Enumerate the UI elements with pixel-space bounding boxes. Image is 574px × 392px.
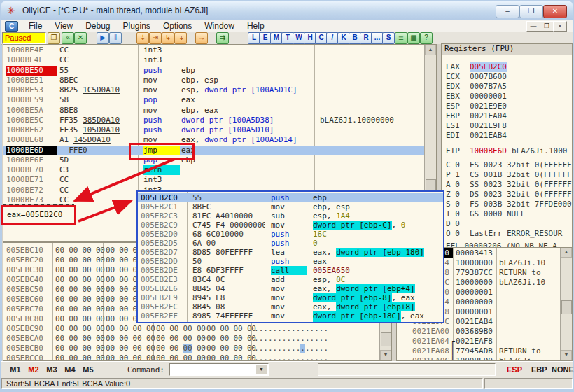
disasm-row[interactable]: 005EB2C9C745 F4 00000000movdword ptr [eb… [138,220,443,230]
disasm-row[interactable]: 1000BE6F5Dpopebp [4,155,436,165]
restart-button[interactable]: « [62,32,74,44]
disasm-address: 1000BE5A [6,106,57,115]
disasm-row[interactable]: 1000BE5055pushebp [4,66,436,76]
popup-rows: 005EB2C055pushebp005EB2C18BECmovebp, esp… [138,192,443,323]
hex-byte: 00 [183,324,192,333]
open-file-button[interactable]: ❐ [48,32,60,44]
disasm-row[interactable]: 005EB2D068 6C010000push16C [138,230,443,239]
menu-help[interactable]: Help [241,20,271,32]
scrollbar-thumb[interactable] [561,300,572,314]
menu-view[interactable]: View [48,20,79,32]
disasm-popup-window[interactable]: 005EB2C055pushebp005EB2C18BECmovebp, esp… [136,190,444,323]
menu-window[interactable]: Window [198,20,241,32]
memory-tab-m5[interactable]: M5 [80,364,97,375]
dump-address: 005EBC50 [6,285,43,295]
help-button[interactable]: ? [420,32,433,44]
disasm-row[interactable]: 005EB2DEE8 6DF3FFFFcall005EA650 [138,266,443,275]
hex-byte: 00 [206,344,216,353]
command-input[interactable]: ▼ [169,363,269,376]
scroll-down-button[interactable]: ▼ [561,350,572,360]
disasm-row[interactable]: 1000BE5958popeax [4,95,436,105]
title-bar[interactable]: ✳ OllyICE - [*C.P.U* - main thread, modu… [1,1,573,20]
disasm-row[interactable]: 1000BE5A8BE8movebp, eax [4,106,436,115]
disasm-row[interactable]: 005EB2C18BECmovebp, esp [138,202,443,211]
disasm-row[interactable]: 005EB2DD50pusheax [138,257,443,266]
disasm-row[interactable]: 005EB2D56A 00push0 [138,239,443,248]
scroll-up-button[interactable]: ▲ [425,45,436,55]
disasm-row[interactable]: 1000BE6D- FFE0jmpeax [4,146,436,155]
eflags-row[interactable]: EFL 00000206 (NO,NB,NE,A [446,241,557,248]
step-over-button[interactable]: ⇥ [149,32,162,44]
disasm-row[interactable]: 1000BE71CCint3 [4,175,436,185]
maximize-button[interactable]: ❐ [519,5,543,18]
operand: 0 [313,239,318,248]
close-process-button[interactable]: ✕ [74,32,87,44]
menu-plugins[interactable]: Plugins [117,20,157,32]
trace-into-button[interactable]: ↳ [162,32,174,44]
ebp-indicator[interactable]: EBP [531,365,547,374]
options-button[interactable]: ≣ [395,32,407,44]
disasm-row[interactable]: 005EB2E98945 F8movdword ptr [ebp-8], eax [138,293,443,302]
scroll-up-button[interactable]: ▲ [561,247,572,258]
ascii-char: . [254,344,259,353]
disasm-bytes: 5D [59,155,69,165]
mdi-restore-button[interactable]: ❐ [540,21,554,32]
disasm-mnemonic: push [144,115,180,125]
disasm-row[interactable]: 1000BE538B25 1C5D0A10movesp, dword ptr [… [4,85,436,95]
disasm-row[interactable]: 1000BE62FF35 105D0A10pushdword ptr [100A… [4,125,436,135]
disasm-row[interactable]: 005EB2E68B45 04moveax, dword ptr [ebp+4] [138,284,443,293]
segment-register: CS 001B 32bit 0(FFFFFFFF) [470,170,573,180]
disasm-row[interactable]: 005EB2C381EC A4010000subesp, 1A4 [138,211,443,220]
scroll-down-button[interactable]: ▼ [380,350,391,360]
esp-indicator[interactable]: ESP [507,365,522,374]
disasm-row[interactable]: 1000BE518BECmovebp, esp [4,76,436,85]
memory-tab-m1[interactable]: M1 [7,364,24,375]
disasm-row[interactable]: 1000BE4FCCint3 [4,55,436,65]
disasm-row[interactable]: 005EB2C055pushebp [138,193,443,202]
pause-button[interactable]: ‖ [109,32,122,44]
stack-value: 00000001 [456,288,493,298]
disasm-row[interactable]: 1000BE4ECCint3 [4,46,436,55]
run-button[interactable]: ▶ [97,32,109,44]
hex-byte: 00 [119,314,128,323]
stack-scrollbar[interactable]: ▲ ▼ [560,247,572,360]
disasm-row[interactable]: 005EB2D78D85 80FEFFFFleaeax, dword ptr [… [138,248,443,257]
disasm-row[interactable]: 1000BE68A1 145D0A10moveax, dword ptr [10… [4,135,436,145]
disasm-bytes: A1 145D0A10 [59,135,111,145]
mdi-minimize-button[interactable]: — [526,21,540,32]
ascii-char: . [268,354,273,361]
menu-debug[interactable]: Debug [79,20,116,32]
appearance-button[interactable]: ▦ [407,32,420,44]
trace-over-button[interactable]: ↴ [174,32,187,44]
disasm-row[interactable]: 1000BE70C3retn [4,165,436,175]
disasm-row[interactable]: 005EB2EF8985 74FEFFFFmovdword ptr [ebp-1… [138,312,443,321]
execute-till-return-button[interactable]: → [195,32,208,44]
operand: eax, [313,248,336,257]
memory-tab-m2[interactable]: M2 [25,364,42,375]
memory-tab-m4[interactable]: M4 [62,364,78,375]
memory-tab-m3[interactable]: M3 [43,364,60,375]
close-button[interactable]: ✕ [543,5,567,18]
disasm-mnemonic: mov [271,284,307,293]
disasm-row[interactable]: 005EB2EC8B45 08moveax, dword ptr [ebp+8] [138,302,443,312]
dropdown-icon[interactable]: ▼ [255,365,267,374]
disasm-row[interactable]: 005EB2F589AD 90FEFFFFmovdword ptr [ebp-1… [138,321,443,323]
go-to-eip-button[interactable]: ⇉ [216,32,229,44]
menu-file[interactable]: File [22,20,48,32]
disasm-mnemonic: push [271,239,307,248]
disasm-address: 005EB2EF [141,312,191,321]
disassembly-pane[interactable]: 1000BE4ECCint31000BE4FCCint31000BE5055pu… [3,44,437,204]
step-into-button[interactable]: ⇣ [136,32,149,44]
hex-byte: 00 [69,304,78,314]
view-button-S[interactable]: S [382,32,395,44]
registers-pane[interactable]: Registers (FPU) EAX005EB2C0ECX0007B600ED… [441,43,573,248]
disasm-scrollbar[interactable]: ▲ ▼ [424,45,436,204]
cpu-window-icon[interactable]: C [5,21,18,32]
scrollbar-thumb[interactable] [381,332,391,346]
operand: , eax [392,293,415,302]
disasm-row[interactable]: 1000BE5CFF35 385D0A10pushdword ptr [100A… [4,115,436,125]
menu-options[interactable]: Options [157,20,198,32]
disasm-row[interactable]: 005EB2E383C4 0Caddesp, 0C [138,275,443,284]
minimize-button[interactable]: – [496,5,519,18]
mdi-close-button[interactable]: × [553,21,567,32]
